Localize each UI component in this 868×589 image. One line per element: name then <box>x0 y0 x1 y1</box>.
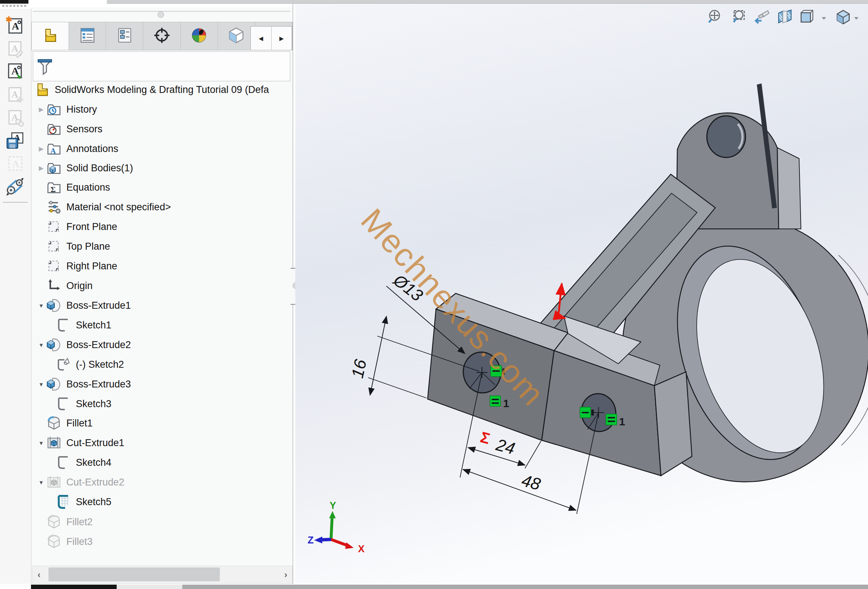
tree-item-label: Right Plane <box>66 261 117 272</box>
previous-view-icon <box>753 21 769 27</box>
annotation-add-icon: A <box>6 85 24 105</box>
tree-item-label: Boss-Extrude3 <box>66 379 131 390</box>
panel-collapse-handle[interactable] <box>158 11 164 18</box>
tree-item-sketch1[interactable]: Sketch1 <box>31 315 293 335</box>
collapse-arrow-icon[interactable]: ▼ <box>37 479 46 486</box>
tree-item-label: Fillet2 <box>66 517 93 528</box>
previous-view-button[interactable] <box>753 9 769 25</box>
belt-chain-button[interactable] <box>5 177 25 197</box>
collapse-arrow-icon[interactable]: ▼ <box>37 440 46 446</box>
tree-item-boss-extrude3[interactable]: ▼Boss-Extrude3 <box>31 374 293 394</box>
tree-item-sketch4[interactable]: Sketch4 <box>31 453 293 472</box>
annotation-export-button[interactable]: A <box>5 62 25 83</box>
tab-dimxpertmanager[interactable] <box>143 22 180 50</box>
tree-item-label: Annotations <box>66 143 118 155</box>
tab-configurationmanager[interactable] <box>106 22 143 50</box>
tab-propertymanager[interactable] <box>69 22 106 50</box>
tree-item-label: Top Plane <box>66 241 110 252</box>
tree-item-material-not-specified[interactable]: Material <not specified> <box>31 197 293 217</box>
annotation-edit-button: A <box>5 39 25 59</box>
triad-y-label: Y <box>329 500 336 511</box>
tree-item-boss-extrude1[interactable]: ▼Boss-Extrude1 <box>31 295 293 315</box>
toolbar-grip-dots[interactable] <box>2 5 31 7</box>
tree-item-front-plane[interactable]: Front Plane <box>31 217 293 236</box>
zoom-to-area-button[interactable] <box>731 9 748 25</box>
tree-item-sketch2[interactable]: (-) Sketch2 <box>31 355 293 374</box>
tree-item-equations[interactable]: ΣEquations <box>31 177 293 197</box>
tree-item-cut-extrude1[interactable]: ▼Cut-Extrude1 <box>31 433 293 453</box>
fillet-icon <box>46 514 62 530</box>
expand-arrow-icon[interactable]: ▶ <box>37 145 46 153</box>
tree-item-right-plane[interactable]: Right Plane <box>31 256 293 276</box>
tree-item-label: Boss-Extrude1 <box>66 300 131 311</box>
tree-item-solid-bodies-1[interactable]: ▶Solid Bodies(1) <box>31 158 293 178</box>
zoom-to-fit-button[interactable] <box>707 9 723 25</box>
tree-item-fillet2[interactable]: Fillet2 <box>31 512 293 532</box>
annotation-options-icon: A <box>6 108 24 128</box>
tree-item-fillet3[interactable]: Fillet3 <box>31 532 293 551</box>
tab-scroll-right-button[interactable]: ▸ <box>272 27 292 50</box>
folder-annotations-icon: A <box>46 141 62 157</box>
collapse-arrow-icon[interactable]: ▼ <box>37 303 46 309</box>
collapse-arrow-icon[interactable]: ▼ <box>37 381 46 387</box>
tree-item-boss-extrude2[interactable]: ▼Boss-Extrude2 <box>31 335 293 355</box>
zoom-to-area-icon <box>731 21 748 27</box>
tree-item-label: Front Plane <box>66 221 117 233</box>
tree-item-label: History <box>66 104 97 115</box>
fillet-icon <box>46 415 62 431</box>
section-view-button[interactable] <box>776 9 793 25</box>
triad-z-label: Z <box>308 535 314 546</box>
tree-item-cut-extrude2[interactable]: ▼Cut-Extrude2 <box>31 472 293 492</box>
tree-item-sensors[interactable]: Sensors <box>31 119 293 139</box>
scrollbar-thumb[interactable] <box>49 567 220 582</box>
expand-arrow-icon[interactable]: ▶ <box>37 164 46 172</box>
tree-item-sketch3[interactable]: Sketch3 <box>31 394 293 414</box>
tree-item-label: Boss-Extrude2 <box>66 340 131 351</box>
scroll-left-arrow[interactable]: ‹ <box>32 570 46 580</box>
display-style-dropdown-arrow[interactable] <box>853 15 860 21</box>
view-orientation-icon <box>798 21 815 27</box>
tree-item-sketch5[interactable]: Sketch5 <box>31 492 293 512</box>
tree-item-origin[interactable]: Origin <box>31 276 293 295</box>
tree-item-label: Solid Bodies(1) <box>66 162 133 174</box>
annotation-new-icon: A✱ <box>6 16 24 37</box>
annotation-save-button[interactable]: A <box>5 131 25 151</box>
tab-dimxpertmanager-icon <box>153 26 171 46</box>
left-annotation-toolbar: A✱AAAAAA <box>0 9 31 589</box>
annotation-new-button[interactable]: A✱ <box>5 16 25 37</box>
tab-featuremanager-design-tree-icon <box>41 26 59 46</box>
view-orientation-dropdown-arrow[interactable] <box>820 15 828 21</box>
tree-item-annotations[interactable]: ▶AAnnotations <box>31 139 293 159</box>
sketch-open-icon <box>55 356 71 372</box>
annotation-save-icon: A <box>6 131 24 151</box>
tree-item-fillet1[interactable]: Fillet1 <box>31 413 293 433</box>
view-orientation-button[interactable] <box>798 9 815 25</box>
folder-history-icon <box>46 101 62 117</box>
tab-cam[interactable] <box>218 22 255 50</box>
svg-text:A: A <box>11 89 18 100</box>
relation-count-1a: 1 <box>503 397 509 409</box>
zoom-to-fit-icon <box>707 21 723 27</box>
tree-item-label: Sketch1 <box>76 320 112 331</box>
graphics-viewport[interactable]: Ø13 16 Σ 24 48 <box>295 4 868 584</box>
tab-displaymanager-icon <box>190 26 208 46</box>
annotation-options-button: A <box>5 108 25 128</box>
tree-item-top-plane[interactable]: Top Plane <box>31 236 293 256</box>
tab-featuremanager-design-tree[interactable] <box>32 22 69 50</box>
fillet-icon <box>46 534 62 550</box>
cut-icon <box>46 474 62 490</box>
boss-icon <box>46 376 62 392</box>
display-style-button[interactable] <box>835 9 852 25</box>
section-view-icon <box>776 21 793 27</box>
tree-horizontal-scrollbar[interactable]: ‹ › <box>32 566 293 584</box>
tree-filter-input[interactable] <box>33 52 290 81</box>
triad-x-label: X <box>358 543 365 554</box>
collapse-arrow-icon[interactable]: ▼ <box>37 342 46 348</box>
annotation-edit-icon: A <box>6 39 24 59</box>
tab-scroll-left-button[interactable]: ◂ <box>251 27 272 50</box>
material-icon <box>46 199 62 215</box>
tab-displaymanager[interactable] <box>181 22 218 50</box>
scroll-right-arrow[interactable]: › <box>279 570 292 580</box>
expand-arrow-icon[interactable]: ▶ <box>37 106 46 113</box>
tree-item-history[interactable]: ▶History <box>31 99 293 119</box>
